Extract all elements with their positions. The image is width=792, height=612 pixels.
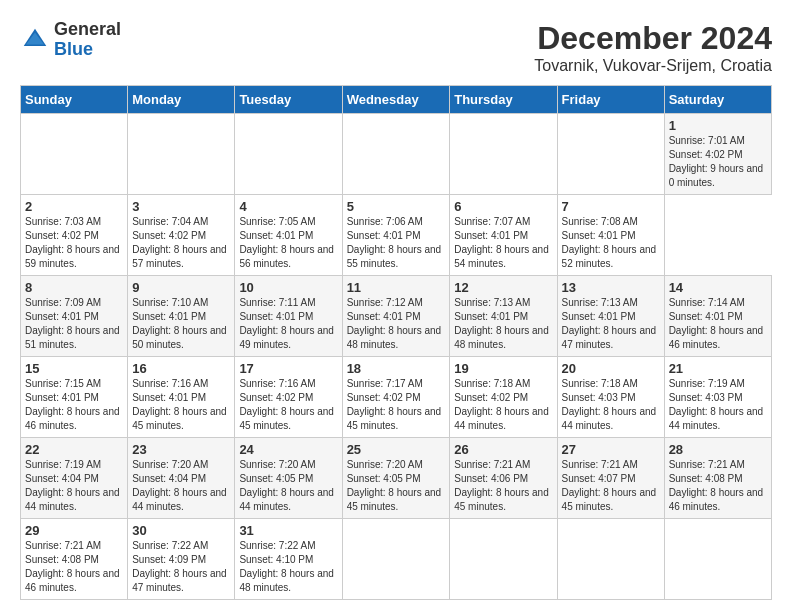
empty-cell — [235, 114, 342, 195]
day-info: Sunrise: 7:22 AM Sunset: 4:09 PM Dayligh… — [132, 540, 227, 593]
page-header: General Blue December 2024 Tovarnik, Vuk… — [20, 20, 772, 75]
day-info: Sunrise: 7:21 AM Sunset: 4:06 PM Dayligh… — [454, 459, 549, 512]
day-number: 1 — [669, 118, 767, 133]
day-info: Sunrise: 7:11 AM Sunset: 4:01 PM Dayligh… — [239, 297, 334, 350]
day-info: Sunrise: 7:22 AM Sunset: 4:10 PM Dayligh… — [239, 540, 334, 593]
day-info: Sunrise: 7:18 AM Sunset: 4:03 PM Dayligh… — [562, 378, 657, 431]
day-info: Sunrise: 7:15 AM Sunset: 4:01 PM Dayligh… — [25, 378, 120, 431]
empty-cell — [450, 114, 557, 195]
day-number: 10 — [239, 280, 337, 295]
day-cell-22: 22 Sunrise: 7:19 AM Sunset: 4:04 PM Dayl… — [21, 438, 128, 519]
calendar-table: SundayMondayTuesdayWednesdayThursdayFrid… — [20, 85, 772, 600]
empty-cell — [664, 519, 771, 600]
day-cell-11: 11 Sunrise: 7:12 AM Sunset: 4:01 PM Dayl… — [342, 276, 450, 357]
day-header-sunday: Sunday — [21, 86, 128, 114]
week-row-2: 2 Sunrise: 7:03 AM Sunset: 4:02 PM Dayli… — [21, 195, 772, 276]
day-cell-9: 9 Sunrise: 7:10 AM Sunset: 4:01 PM Dayli… — [128, 276, 235, 357]
day-cell-7: 7 Sunrise: 7:08 AM Sunset: 4:01 PM Dayli… — [557, 195, 664, 276]
title-section: December 2024 Tovarnik, Vukovar-Srijem, … — [534, 20, 772, 75]
day-cell-1: 1 Sunrise: 7:01 AM Sunset: 4:02 PM Dayli… — [664, 114, 771, 195]
day-info: Sunrise: 7:09 AM Sunset: 4:01 PM Dayligh… — [25, 297, 120, 350]
day-info: Sunrise: 7:08 AM Sunset: 4:01 PM Dayligh… — [562, 216, 657, 269]
day-info: Sunrise: 7:20 AM Sunset: 4:05 PM Dayligh… — [347, 459, 442, 512]
day-info: Sunrise: 7:01 AM Sunset: 4:02 PM Dayligh… — [669, 135, 764, 188]
day-header-monday: Monday — [128, 86, 235, 114]
week-row-3: 8 Sunrise: 7:09 AM Sunset: 4:01 PM Dayli… — [21, 276, 772, 357]
day-cell-2: 2 Sunrise: 7:03 AM Sunset: 4:02 PM Dayli… — [21, 195, 128, 276]
empty-cell — [128, 114, 235, 195]
day-info: Sunrise: 7:14 AM Sunset: 4:01 PM Dayligh… — [669, 297, 764, 350]
day-number: 22 — [25, 442, 123, 457]
day-info: Sunrise: 7:13 AM Sunset: 4:01 PM Dayligh… — [454, 297, 549, 350]
day-number: 8 — [25, 280, 123, 295]
day-header-wednesday: Wednesday — [342, 86, 450, 114]
day-number: 6 — [454, 199, 552, 214]
day-cell-14: 14 Sunrise: 7:14 AM Sunset: 4:01 PM Dayl… — [664, 276, 771, 357]
day-number: 13 — [562, 280, 660, 295]
day-cell-30: 30 Sunrise: 7:22 AM Sunset: 4:09 PM Dayl… — [128, 519, 235, 600]
day-info: Sunrise: 7:20 AM Sunset: 4:05 PM Dayligh… — [239, 459, 334, 512]
day-info: Sunrise: 7:05 AM Sunset: 4:01 PM Dayligh… — [239, 216, 334, 269]
logo-general: General — [54, 20, 121, 40]
day-cell-15: 15 Sunrise: 7:15 AM Sunset: 4:01 PM Dayl… — [21, 357, 128, 438]
day-number: 18 — [347, 361, 446, 376]
logo: General Blue — [20, 20, 121, 60]
day-info: Sunrise: 7:19 AM Sunset: 4:03 PM Dayligh… — [669, 378, 764, 431]
empty-cell — [342, 114, 450, 195]
day-cell-16: 16 Sunrise: 7:16 AM Sunset: 4:01 PM Dayl… — [128, 357, 235, 438]
empty-cell — [21, 114, 128, 195]
day-cell-27: 27 Sunrise: 7:21 AM Sunset: 4:07 PM Dayl… — [557, 438, 664, 519]
day-info: Sunrise: 7:21 AM Sunset: 4:07 PM Dayligh… — [562, 459, 657, 512]
day-cell-25: 25 Sunrise: 7:20 AM Sunset: 4:05 PM Dayl… — [342, 438, 450, 519]
day-cell-17: 17 Sunrise: 7:16 AM Sunset: 4:02 PM Dayl… — [235, 357, 342, 438]
logo-blue: Blue — [54, 40, 121, 60]
day-number: 5 — [347, 199, 446, 214]
day-number: 21 — [669, 361, 767, 376]
day-cell-6: 6 Sunrise: 7:07 AM Sunset: 4:01 PM Dayli… — [450, 195, 557, 276]
day-number: 20 — [562, 361, 660, 376]
day-number: 4 — [239, 199, 337, 214]
day-number: 11 — [347, 280, 446, 295]
week-row-6: 29 Sunrise: 7:21 AM Sunset: 4:08 PM Dayl… — [21, 519, 772, 600]
day-cell-13: 13 Sunrise: 7:13 AM Sunset: 4:01 PM Dayl… — [557, 276, 664, 357]
logo-icon — [20, 25, 50, 55]
day-cell-31: 31 Sunrise: 7:22 AM Sunset: 4:10 PM Dayl… — [235, 519, 342, 600]
day-info: Sunrise: 7:16 AM Sunset: 4:01 PM Dayligh… — [132, 378, 227, 431]
week-row-5: 22 Sunrise: 7:19 AM Sunset: 4:04 PM Dayl… — [21, 438, 772, 519]
day-info: Sunrise: 7:18 AM Sunset: 4:02 PM Dayligh… — [454, 378, 549, 431]
week-row-1: 1 Sunrise: 7:01 AM Sunset: 4:02 PM Dayli… — [21, 114, 772, 195]
day-header-friday: Friday — [557, 86, 664, 114]
calendar-title: December 2024 — [534, 20, 772, 57]
day-info: Sunrise: 7:16 AM Sunset: 4:02 PM Dayligh… — [239, 378, 334, 431]
day-cell-10: 10 Sunrise: 7:11 AM Sunset: 4:01 PM Dayl… — [235, 276, 342, 357]
day-info: Sunrise: 7:21 AM Sunset: 4:08 PM Dayligh… — [669, 459, 764, 512]
day-number: 15 — [25, 361, 123, 376]
day-number: 17 — [239, 361, 337, 376]
day-number: 25 — [347, 442, 446, 457]
day-cell-8: 8 Sunrise: 7:09 AM Sunset: 4:01 PM Dayli… — [21, 276, 128, 357]
day-number: 27 — [562, 442, 660, 457]
day-header-tuesday: Tuesday — [235, 86, 342, 114]
day-number: 28 — [669, 442, 767, 457]
week-row-4: 15 Sunrise: 7:15 AM Sunset: 4:01 PM Dayl… — [21, 357, 772, 438]
day-number: 30 — [132, 523, 230, 538]
day-cell-28: 28 Sunrise: 7:21 AM Sunset: 4:08 PM Dayl… — [664, 438, 771, 519]
day-cell-20: 20 Sunrise: 7:18 AM Sunset: 4:03 PM Dayl… — [557, 357, 664, 438]
day-cell-29: 29 Sunrise: 7:21 AM Sunset: 4:08 PM Dayl… — [21, 519, 128, 600]
day-info: Sunrise: 7:21 AM Sunset: 4:08 PM Dayligh… — [25, 540, 120, 593]
day-info: Sunrise: 7:07 AM Sunset: 4:01 PM Dayligh… — [454, 216, 549, 269]
calendar-body: 1 Sunrise: 7:01 AM Sunset: 4:02 PM Dayli… — [21, 114, 772, 600]
day-header-thursday: Thursday — [450, 86, 557, 114]
day-number: 7 — [562, 199, 660, 214]
day-number: 19 — [454, 361, 552, 376]
calendar-header: SundayMondayTuesdayWednesdayThursdayFrid… — [21, 86, 772, 114]
day-header-row: SundayMondayTuesdayWednesdayThursdayFrid… — [21, 86, 772, 114]
day-number: 16 — [132, 361, 230, 376]
day-number: 14 — [669, 280, 767, 295]
day-number: 24 — [239, 442, 337, 457]
day-info: Sunrise: 7:17 AM Sunset: 4:02 PM Dayligh… — [347, 378, 442, 431]
day-info: Sunrise: 7:10 AM Sunset: 4:01 PM Dayligh… — [132, 297, 227, 350]
day-header-saturday: Saturday — [664, 86, 771, 114]
day-info: Sunrise: 7:20 AM Sunset: 4:04 PM Dayligh… — [132, 459, 227, 512]
day-number: 29 — [25, 523, 123, 538]
